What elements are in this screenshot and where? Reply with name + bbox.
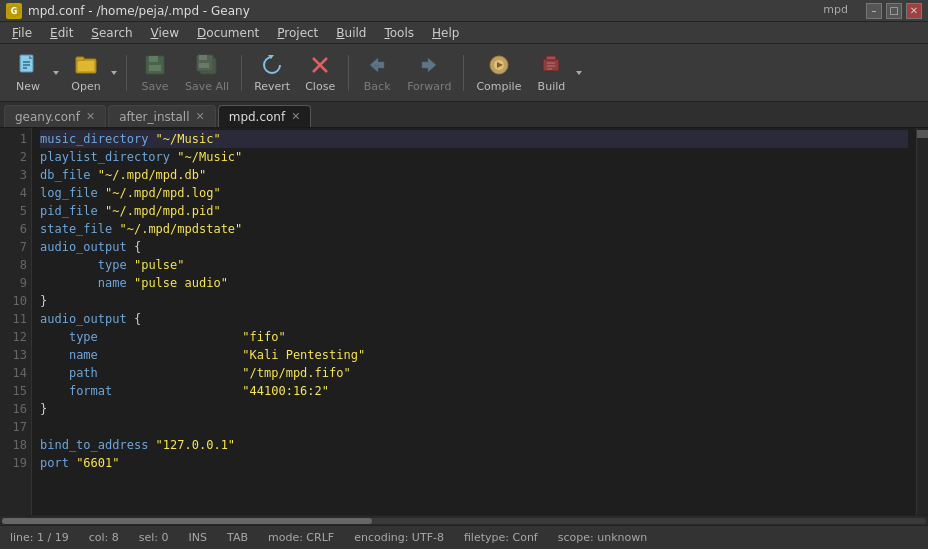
line-num-18: 18 [0, 436, 31, 454]
line-num-17: 17 [0, 418, 31, 436]
back-icon: ↩ [365, 53, 389, 77]
separator-3 [348, 55, 349, 91]
line-num-13: 13 [0, 346, 31, 364]
save-label: Save [141, 80, 168, 93]
tab-after-install[interactable]: after_install ✕ [108, 105, 216, 127]
separator-1 [126, 55, 127, 91]
build-icon [539, 53, 563, 77]
status-sel: sel: 0 [139, 531, 169, 544]
open-dropdown-arrow[interactable] [108, 49, 120, 97]
maximize-button[interactable]: □ [886, 3, 902, 19]
tab-close-mpd-conf[interactable]: ✕ [291, 111, 300, 122]
separator-2 [241, 55, 242, 91]
status-encoding: encoding: UTF-8 [354, 531, 444, 544]
build-label: Build [538, 80, 566, 93]
tab-label-mpd-conf: mpd.conf [229, 110, 286, 124]
menu-file[interactable]: File [4, 24, 40, 42]
tab-label-geany-conf: geany.conf [15, 110, 80, 124]
new-dropdown-arrow[interactable] [50, 49, 62, 97]
line-numbers: 1 2 3 4 5 6 7 8 9 10 11 12 13 14 15 16 1… [0, 128, 32, 515]
compile-button[interactable]: Compile [470, 49, 527, 97]
revert-label: Revert [254, 80, 290, 93]
forward-label: Forward [407, 80, 451, 93]
build-btn-group: Build [529, 49, 585, 97]
close-button[interactable]: Close [298, 49, 342, 97]
title-bar: G mpd.conf - /home/peja/.mpd - Geany mpd… [0, 0, 928, 22]
build-button[interactable]: Build [529, 49, 573, 97]
line-num-3: 3 [0, 166, 31, 184]
tab-geany-conf[interactable]: geany.conf ✕ [4, 105, 106, 127]
revert-button[interactable]: Revert [248, 49, 296, 97]
code-line-5: pid_file "~/.mpd/mpd.pid" [40, 202, 908, 220]
open-label: Open [71, 80, 100, 93]
save-all-button[interactable]: Save All [179, 49, 235, 97]
menu-search[interactable]: Search [83, 24, 140, 42]
code-line-19: port "6601" [40, 454, 908, 472]
tab-close-after-install[interactable]: ✕ [195, 111, 204, 122]
svg-rect-27 [546, 56, 556, 60]
build-dropdown-arrow[interactable] [573, 49, 585, 97]
close-window-button[interactable]: ✕ [906, 3, 922, 19]
code-editor[interactable]: music_directory "~/Music" playlist_direc… [32, 128, 916, 515]
save-button[interactable]: Save [133, 49, 177, 97]
app-icon: G [6, 3, 22, 19]
new-icon [16, 53, 40, 77]
code-line-9: name "pulse audio" [40, 274, 908, 292]
menu-edit[interactable]: Edit [42, 24, 81, 42]
save-all-label: Save All [185, 80, 229, 93]
line-num-4: 4 [0, 184, 31, 202]
line-num-5: 5 [0, 202, 31, 220]
line-num-6: 6 [0, 220, 31, 238]
tab-close-geany-conf[interactable]: ✕ [86, 111, 95, 122]
code-line-2: playlist_directory "~/Music" [40, 148, 908, 166]
window-right-label: mpd [823, 3, 848, 16]
line-num-10: 10 [0, 292, 31, 310]
revert-icon [260, 53, 284, 77]
minimize-button[interactable]: – [866, 3, 882, 19]
code-line-14: path "/tmp/mpd.fifo" [40, 364, 908, 382]
scroll-thumb[interactable] [2, 518, 372, 524]
line-num-8: 8 [0, 256, 31, 274]
menu-build[interactable]: Build [328, 24, 374, 42]
menu-help[interactable]: Help [424, 24, 467, 42]
save-icon [143, 53, 167, 77]
code-line-10: } [40, 292, 908, 310]
status-tab: TAB [227, 531, 248, 544]
new-button[interactable]: New [6, 49, 50, 97]
code-line-7: audio_output { [40, 238, 908, 256]
status-scope: scope: unknown [558, 531, 647, 544]
scroll-track[interactable] [2, 518, 926, 524]
open-btn-group: Open [64, 49, 120, 97]
status-col: col: 8 [89, 531, 119, 544]
new-label: New [16, 80, 40, 93]
code-line-17 [40, 418, 908, 436]
forward-button[interactable]: Forward [401, 49, 457, 97]
menu-document[interactable]: Document [189, 24, 267, 42]
horizontal-scrollbar[interactable] [0, 515, 928, 525]
separator-4 [463, 55, 464, 91]
editor-container: 1 2 3 4 5 6 7 8 9 10 11 12 13 14 15 16 1… [0, 128, 928, 515]
code-line-1: music_directory "~/Music" [40, 130, 908, 148]
svg-rect-13 [149, 56, 158, 62]
open-button[interactable]: Open [64, 49, 108, 97]
tab-mpd-conf[interactable]: mpd.conf ✕ [218, 105, 312, 127]
menu-bar: File Edit Search View Document Project B… [0, 22, 928, 44]
forward-icon [417, 53, 441, 77]
svg-rect-18 [199, 63, 209, 68]
open-icon [74, 53, 98, 77]
menu-project[interactable]: Project [269, 24, 326, 42]
menu-view[interactable]: View [143, 24, 187, 42]
line-num-19: 19 [0, 454, 31, 472]
minimap-indicator [917, 130, 928, 138]
status-line: line: 1 / 19 [10, 531, 69, 544]
back-button[interactable]: ↩ Back [355, 49, 399, 97]
compile-label: Compile [476, 80, 521, 93]
status-mode: mode: CRLF [268, 531, 334, 544]
code-line-4: log_file "~/.mpd/mpd.log" [40, 184, 908, 202]
code-line-16: } [40, 400, 908, 418]
status-filetype: filetype: Conf [464, 531, 538, 544]
menu-tools[interactable]: Tools [376, 24, 422, 42]
back-label: Back [364, 80, 391, 93]
code-line-8: type "pulse" [40, 256, 908, 274]
code-line-15: format "44100:16:2" [40, 382, 908, 400]
